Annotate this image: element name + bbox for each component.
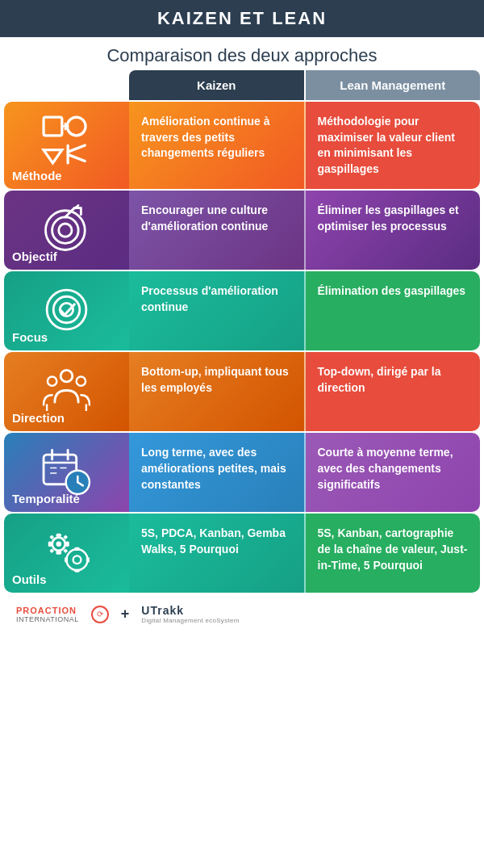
proaction-logo: PROACTION INTERNATIONAL — [16, 606, 79, 623]
svg-point-5 — [52, 217, 79, 244]
svg-point-6 — [59, 224, 72, 237]
col-headers: Kaizen Lean Management — [4, 70, 480, 100]
focus-kaizen-text: Processus d'amélioration continue — [129, 271, 306, 350]
focus-label: Focus — [12, 330, 48, 344]
proaction-circle-icon: ⟳ — [91, 606, 109, 623]
outils-lean-text: 5S, Kanban, cartographie de la chaîne de… — [306, 514, 481, 593]
proaction-name: PROACTION — [16, 606, 77, 615]
svg-rect-38 — [74, 569, 80, 572]
focus-row: Focus Processus d'amélioration continue … — [4, 271, 480, 350]
methode-lean-text: Méthodologie pour maximiser la valeur cl… — [306, 102, 481, 189]
svg-marker-2 — [44, 150, 62, 163]
objectif-lean-text: Éliminer les gaspillages et optimiser le… — [306, 191, 481, 270]
svg-rect-28 — [56, 551, 62, 555]
objectif-kaizen-text: Encourager une culture d'amélioration co… — [129, 191, 306, 270]
direction-content: Bottom-up, impliquant tous les employés … — [129, 352, 480, 431]
focus-icon-col: Focus — [4, 271, 129, 350]
svg-rect-27 — [56, 534, 62, 537]
svg-rect-37 — [74, 547, 80, 551]
direction-lean-text: Top-down, dirigé par la direction — [306, 352, 481, 431]
svg-point-8 — [53, 297, 80, 324]
focus-lean-text: Élimination des gaspillages — [306, 271, 481, 350]
kaizen-header: Kaizen — [129, 70, 304, 100]
objectif-label: Objectif — [12, 249, 57, 263]
temporalite-row: Temporalité Long terme, avec des amélior… — [4, 433, 480, 512]
temporalite-kaizen-text: Long terme, avec des améliorations petit… — [129, 433, 306, 512]
plus-sign: + — [121, 606, 130, 623]
direction-row: Direction Bottom-up, impliquant tous les… — [4, 352, 480, 431]
objectif-content: Encourager une culture d'amélioration co… — [129, 191, 480, 270]
lean-header: Lean Management — [306, 70, 481, 100]
svg-point-35 — [67, 550, 88, 571]
focus-icon — [40, 283, 93, 336]
methode-icon — [40, 114, 93, 166]
objectif-icon — [40, 203, 93, 255]
svg-point-36 — [73, 556, 81, 564]
outils-icon-col: Outils — [4, 514, 129, 593]
direction-label: Direction — [12, 411, 65, 425]
methode-content: Amélioration continue à travers des peti… — [129, 102, 480, 189]
utrakk-sub: Digital Management ecoSystem — [141, 617, 239, 624]
methode-row: Méthode Amélioration continue à travers … — [4, 102, 480, 189]
objectif-row: Objectif Encourager une culture d'amélio… — [4, 191, 480, 270]
subtitle-bar: Comparaison des deux approches — [0, 37, 484, 70]
utrakk-name: UTrakk — [141, 604, 184, 617]
outils-label: Outils — [12, 572, 47, 586]
svg-point-11 — [48, 377, 56, 386]
direction-icon-col: Direction — [4, 352, 129, 431]
subtitle-text: Comparaison des deux approches — [16, 45, 468, 66]
temporalite-icon — [40, 445, 93, 497]
outils-row: Outils 5S, PDCA, Kanban, Gemba Walks, 5 … — [4, 514, 480, 593]
direction-icon — [40, 364, 93, 417]
temporalite-icon-col: Temporalité — [4, 433, 129, 512]
svg-point-1 — [67, 117, 86, 136]
temporalite-content: Long terme, avec des améliorations petit… — [129, 433, 480, 512]
svg-point-10 — [60, 371, 73, 383]
svg-rect-0 — [44, 117, 62, 136]
direction-kaizen-text: Bottom-up, impliquant tous les employés — [129, 352, 306, 431]
outils-kaizen-text: 5S, PDCA, Kanban, Gemba Walks, 5 Pourquo… — [129, 514, 306, 593]
temporalite-lean-text: Courte à moyenne terme, avec des changem… — [306, 433, 481, 512]
proaction-sub: INTERNATIONAL — [16, 615, 79, 623]
svg-rect-30 — [66, 542, 69, 547]
svg-rect-29 — [48, 542, 52, 547]
svg-point-12 — [77, 377, 86, 386]
svg-rect-40 — [86, 557, 90, 563]
methode-icon-col: Méthode — [4, 102, 129, 189]
outils-content: 5S, PDCA, Kanban, Gemba Walks, 5 Pourquo… — [129, 514, 480, 593]
svg-rect-39 — [65, 557, 68, 563]
header: KAIZEN ET LEAN — [0, 0, 484, 37]
utrakk-logo: UTrakk Digital Management ecoSystem — [141, 604, 239, 624]
header-title: KAIZEN ET LEAN — [16, 8, 468, 29]
outils-icon — [40, 526, 93, 578]
footer: PROACTION INTERNATIONAL ⟳ + UTrakk Digit… — [0, 594, 484, 634]
methode-label: Méthode — [12, 169, 62, 182]
temporalite-label: Temporalité — [12, 492, 80, 505]
objectif-icon-col: Objectif — [4, 191, 129, 270]
focus-content: Processus d'amélioration continue Élimin… — [129, 271, 480, 350]
page-container: KAIZEN ET LEAN Comparaison des deux appr… — [0, 0, 484, 634]
methode-kaizen-text: Amélioration continue à travers des peti… — [129, 102, 306, 189]
svg-point-26 — [56, 542, 62, 547]
